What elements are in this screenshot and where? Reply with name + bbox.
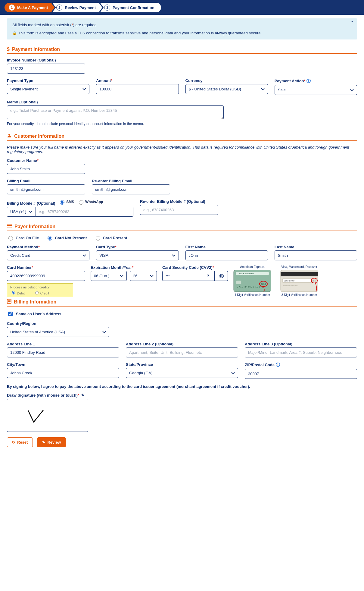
reenter-mobile-label: Re-enter Billing Mobile # (Optional): [140, 199, 218, 204]
collapse-icon[interactable]: ⌃: [350, 20, 354, 25]
payment-type-select[interactable]: Single Payment: [7, 84, 89, 94]
card-icon: [7, 224, 12, 229]
billing-email-input[interactable]: [7, 184, 85, 194]
reenter-mobile-input[interactable]: [140, 205, 218, 215]
payment-method-select[interactable]: Credit Card: [7, 250, 89, 260]
mobile-input[interactable]: [36, 207, 133, 217]
debit-radio[interactable]: [12, 291, 15, 294]
step-review-payment[interactable]: 2 Review Payment: [52, 3, 102, 12]
zip-label: ZIP/Postal Code ⓘ: [245, 362, 357, 368]
currency-select[interactable]: $ - United States Dollar (USD): [185, 84, 268, 94]
country-label: Country/Region: [7, 321, 109, 326]
cvv-help-button[interactable]: ?: [201, 271, 215, 281]
card-number-label: Card Number*: [7, 265, 85, 270]
section-customer-info: Customer Information: [7, 133, 357, 141]
card-number-input[interactable]: [7, 271, 85, 281]
credit-radio[interactable]: [35, 291, 39, 294]
reset-button[interactable]: ⟳ Reset: [7, 437, 33, 447]
section-title: Billing Information: [14, 299, 56, 305]
section-billing-info: Billing Information: [7, 299, 357, 307]
customer-name-input[interactable]: [7, 164, 85, 174]
state-label: State/Province: [126, 362, 238, 367]
step-payment-confirmation[interactable]: 3 Payment Confirmation: [100, 3, 161, 12]
step-make-payment[interactable]: 1 Make A Payment: [5, 3, 54, 12]
zip-input[interactable]: [245, 369, 357, 379]
reenter-email-input[interactable]: [92, 184, 170, 194]
city-label: City/Town: [7, 362, 119, 367]
user-icon: [7, 133, 12, 139]
payment-type-label: Payment Type: [7, 78, 89, 83]
country-code-select[interactable]: USA (+1): [7, 207, 36, 217]
whatsapp-radio[interactable]: [79, 200, 83, 205]
card-not-present-radio[interactable]: [48, 236, 52, 240]
review-button[interactable]: ✎ Review: [37, 437, 66, 447]
card-type-select[interactable]: VISA: [96, 250, 179, 260]
address1-input[interactable]: [7, 347, 119, 357]
billing-icon: [7, 299, 11, 305]
state-select[interactable]: Georgia (GA): [126, 368, 238, 378]
step-breadcrumb: 1 Make A Payment 2 Review Payment 3 Paym…: [0, 0, 364, 15]
sms-radio[interactable]: [60, 200, 64, 205]
customer-name-label: Customer Name*: [7, 158, 85, 163]
debit-credit-hint: Process as debit or credit? Debit Credit: [7, 283, 73, 297]
svg-text:3712  345678  12345: 3712 345678 12345: [237, 285, 263, 288]
dollar-icon: $: [7, 47, 10, 52]
section-title: Payer Information: [14, 224, 55, 229]
notice-text: All fields marked with an asterisk (: [12, 23, 72, 27]
expiration-label: Expiration Month/Year*: [91, 265, 157, 270]
cvv-reveal-button[interactable]: [215, 271, 228, 281]
same-address-label: Same as User's Address: [16, 312, 61, 316]
memo-hint: For your security, do not include person…: [7, 122, 357, 126]
signature-label: Draw Signature (with mouse or touch)* ✎: [7, 393, 357, 398]
city-input[interactable]: [7, 368, 119, 378]
section-payment-info: $ Payment Information: [7, 47, 357, 54]
cvv-label: Card Security Code (CVV2)*: [162, 265, 228, 270]
payment-action-select[interactable]: Sale: [275, 85, 357, 95]
step-label: Review Payment: [65, 5, 96, 10]
exp-month-select[interactable]: 06 (Jun.): [91, 271, 127, 281]
first-name-label: First Name: [185, 245, 268, 249]
svg-rect-11: [281, 272, 318, 276]
first-name-input[interactable]: [185, 250, 268, 260]
billing-mobile-label: Billing Mobile # (Optional): [7, 201, 55, 206]
step-number: 3: [104, 5, 110, 11]
visa-card-diagram: Visa, Mastercard, Discover John Smith 35…: [280, 265, 318, 297]
address3-label: Address Line 3 (Optional): [245, 342, 357, 346]
svg-text:AMERICAN EXPRESS: AMERICAN EXPRESS: [239, 273, 255, 275]
info-icon[interactable]: ⓘ: [306, 78, 311, 83]
agreement-text: By signing below, I agree to pay the abo…: [7, 384, 357, 389]
amex-card-diagram: American Express AMERICAN EXPRESS 3712 3…: [233, 265, 271, 297]
step-number: 1: [9, 5, 15, 11]
currency-label: Currency: [185, 78, 268, 83]
cvv-input[interactable]: [162, 271, 201, 281]
svg-text:0000 0000 0000 0000: 0000 0000 0000 0000: [283, 285, 298, 287]
signature-pad[interactable]: [7, 399, 88, 432]
country-select[interactable]: United States of America (USA): [7, 327, 109, 337]
address2-label: Address Line 2 (Optional): [126, 342, 238, 346]
address2-input[interactable]: [126, 347, 238, 357]
notice-text: ) are required.: [73, 23, 98, 27]
svg-text:1234: 1234: [261, 283, 266, 285]
lock-icon: [12, 31, 18, 35]
svg-rect-1: [7, 225, 12, 226]
step-label: Make A Payment: [17, 5, 48, 10]
svg-rect-0: [7, 224, 12, 228]
refresh-icon: ⟳: [12, 440, 15, 445]
clear-signature-icon[interactable]: ✎: [81, 393, 85, 398]
card-on-file-radio[interactable]: [8, 236, 13, 240]
last-name-input[interactable]: [275, 250, 357, 260]
svg-rect-6: [236, 281, 241, 284]
svg-rect-19: [8, 301, 11, 302]
same-address-checkbox[interactable]: [8, 312, 13, 316]
info-icon[interactable]: ⓘ: [276, 362, 280, 367]
exp-year-select[interactable]: 26: [130, 271, 157, 281]
memo-input[interactable]: [7, 105, 224, 119]
invoice-input[interactable]: [7, 64, 85, 74]
step-label: Payment Confirmation: [113, 5, 154, 10]
card-present-radio[interactable]: [96, 236, 100, 240]
card-type-label: Card Type*: [96, 245, 179, 249]
amount-input[interactable]: [96, 84, 179, 94]
svg-point-2: [221, 275, 222, 276]
address3-input[interactable]: [245, 347, 357, 357]
invoice-label: Invoice Number (Optional): [7, 58, 85, 62]
